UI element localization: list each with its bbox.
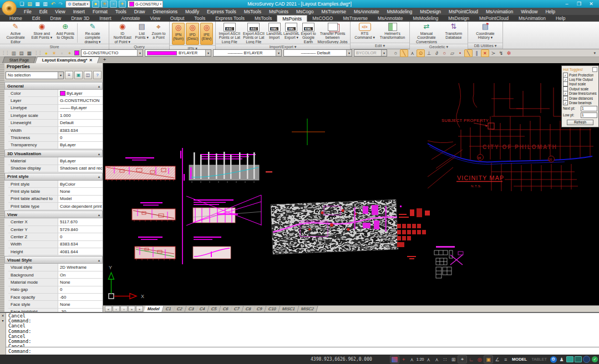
toolbar-grip[interactable]: ⋮⋮ (1, 50, 9, 55)
property-value[interactable]: None (58, 301, 103, 307)
linetype-combo[interactable]: ———— BYLAYER ▾ (213, 49, 282, 57)
landxml-export-button[interactable]: XML LandXML Export ▾ (283, 22, 300, 40)
crosshair-icon[interactable]: + (399, 356, 408, 363)
property-value[interactable]: ByLayer (58, 157, 103, 164)
layout-tab[interactable]: MISC1 (278, 306, 299, 312)
endpoint-snap-icon[interactable] (400, 49, 408, 57)
collapse-arrow-icon[interactable] (98, 84, 100, 88)
point-snap-icon[interactable] (456, 50, 464, 57)
redo-icon[interactable]: ↷ (58, 1, 64, 7)
menu-item[interactable]: MsAnimation (482, 9, 517, 14)
intersection-snap-icon[interactable] (481, 49, 489, 57)
maximize-button[interactable]: ❐ (576, 1, 582, 7)
property-row[interactable]: Lineweight Default (8, 120, 103, 127)
snap-icon[interactable]: ⌖ (458, 355, 467, 363)
property-value[interactable]: None (58, 279, 103, 285)
rts-command-button[interactable]: RTS Command ▾ (352, 22, 377, 40)
property-row[interactable]: Linetype ByLayer (8, 105, 103, 112)
property-row[interactable]: Center Y 5729.840 (8, 226, 103, 233)
menu-item[interactable]: MsTraverse (318, 9, 351, 14)
ribbon-tab[interactable]: Insert (94, 15, 116, 22)
ribbon-tab[interactable]: MsPoints (277, 15, 307, 22)
property-row[interactable]: Material ByLayer (8, 157, 103, 165)
layer-unlock-icon[interactable]: ▫ (110, 1, 117, 8)
zoom-to-point-button[interactable]: Zoom to a Point (150, 22, 167, 40)
property-row[interactable]: Center Z 0 (8, 233, 103, 240)
drawing-canvas[interactable]: SUBJECT PROPERTY CITY OF PHILOMATH 34 20… (103, 63, 599, 305)
menu-item[interactable]: Modify (181, 9, 203, 14)
menu-item[interactable]: MsModeling (383, 9, 416, 14)
quadrant-snap-icon[interactable] (449, 50, 456, 57)
status-ok-icon[interactable]: ✓ (591, 356, 599, 363)
section-header-print[interactable]: Print style (4, 173, 103, 181)
clear-snaps-icon[interactable] (505, 50, 512, 57)
property-value[interactable]: ByLayer (58, 142, 103, 148)
property-value[interactable]: 0 (58, 233, 103, 240)
annotation-visibility-icon[interactable]: ⋏ (408, 356, 416, 363)
panel-drag-handle[interactable] (0, 63, 4, 312)
layer-thaw-icon[interactable]: ☀ (101, 1, 108, 8)
property-value[interactable]: 8383.634 (58, 127, 103, 134)
import-ascii-button[interactable]: ASC Import ASCII Points or Lat Long File (217, 22, 242, 44)
help-icon[interactable]: ? (93, 71, 101, 79)
toolbar-grip[interactable]: ⋮⋮ (34, 50, 42, 55)
menu-item[interactable]: Draw (130, 9, 149, 14)
property-value[interactable]: 0 (58, 134, 103, 141)
menu-item[interactable]: MsDesign (416, 9, 445, 14)
close-tab-icon[interactable]: ✕ (89, 58, 93, 63)
chevron-down-icon[interactable]: ▾ (346, 50, 352, 56)
menu-item[interactable]: Dimensions (149, 9, 181, 14)
property-value[interactable]: Color-dependent print style (58, 203, 103, 209)
menu-item[interactable]: Insert (69, 9, 89, 14)
ribbon-tab[interactable]: MsModeling (408, 15, 443, 22)
property-row[interactable]: Layer G-CONSTRUCTION (8, 97, 103, 104)
command-options-icon[interactable] (2, 319, 3, 322)
chevron-down-icon[interactable]: ▾ (58, 72, 63, 79)
add-layout-button[interactable]: + (136, 306, 143, 312)
property-row[interactable]: Background On (8, 271, 103, 279)
tangent-snap-icon[interactable] (433, 50, 440, 57)
last-layout-button[interactable]: » (128, 306, 135, 312)
menu-item[interactable]: MsAnnotate (350, 9, 383, 14)
nearest-snap-icon[interactable] (464, 49, 473, 57)
midpoint-snap-icon[interactable] (409, 50, 416, 57)
minimize-button[interactable]: – (564, 1, 570, 7)
property-row[interactable]: Print table attached to Model (8, 196, 103, 203)
ribbon-tab[interactable]: Draw 3D (66, 15, 94, 22)
menu-item[interactable]: Express Tools (203, 9, 240, 14)
transform-database-button[interactable]: Transform Database (441, 22, 466, 40)
property-value[interactable]: 5117.670 (58, 218, 103, 225)
property-row[interactable]: Center X 5117.670 (8, 218, 103, 225)
collapse-arrow-icon[interactable] (98, 152, 100, 156)
save-icon[interactable]: ▦ (34, 1, 40, 7)
annotation-icon[interactable]: ⋏ (433, 356, 441, 363)
menu-item[interactable]: Window (517, 9, 541, 14)
ipd-desc-button[interactable]: IPD (Desc) (186, 23, 199, 45)
chevron-down-icon[interactable]: ▾ (381, 50, 387, 56)
draw-order-icon[interactable] (390, 355, 399, 363)
low-pt-input[interactable] (581, 112, 597, 118)
printstyle-combo[interactable]: BYCOLOR ▾ (354, 49, 387, 57)
property-value[interactable]: 4081.644 (58, 248, 103, 255)
layer-on-icon[interactable]: ● (92, 1, 99, 8)
autoscale-icon[interactable]: ⋏ (424, 356, 433, 363)
ribbon-tab[interactable]: Help (551, 15, 570, 22)
property-row[interactable]: Halo gap 0 (8, 286, 103, 294)
export-google-earth-button[interactable]: KML Export to Google Earth (300, 22, 317, 44)
chevron-down-icon[interactable]: ▾ (276, 50, 281, 56)
collapse-arrow-icon[interactable] (98, 258, 100, 262)
property-value[interactable]: Shadows cast and received (58, 165, 103, 172)
ribbon-tab[interactable]: MsTools (250, 15, 277, 22)
property-value[interactable]: 5729.840 (58, 226, 103, 233)
open-file-icon[interactable]: ▤ (27, 1, 33, 7)
lock-icon[interactable]: ✦ (119, 1, 126, 8)
lineweight-toggle-icon[interactable]: ≡ (501, 356, 510, 363)
ribbon-tab[interactable]: MsTraverse (338, 15, 373, 22)
manual-coordinate-conversions-button[interactable]: Manual Coordinate Conversions (412, 22, 441, 44)
layout-tab[interactable]: MISC2 (297, 306, 318, 312)
current-layer-combo[interactable]: G-CONSTRU ▾ (128, 1, 163, 8)
ribbon-tab[interactable]: Annotate (116, 15, 145, 22)
collapse-arrow-icon[interactable] (98, 175, 100, 178)
close-command-icon[interactable] (1, 314, 4, 317)
ortho-icon[interactable]: ∟ (467, 356, 475, 363)
